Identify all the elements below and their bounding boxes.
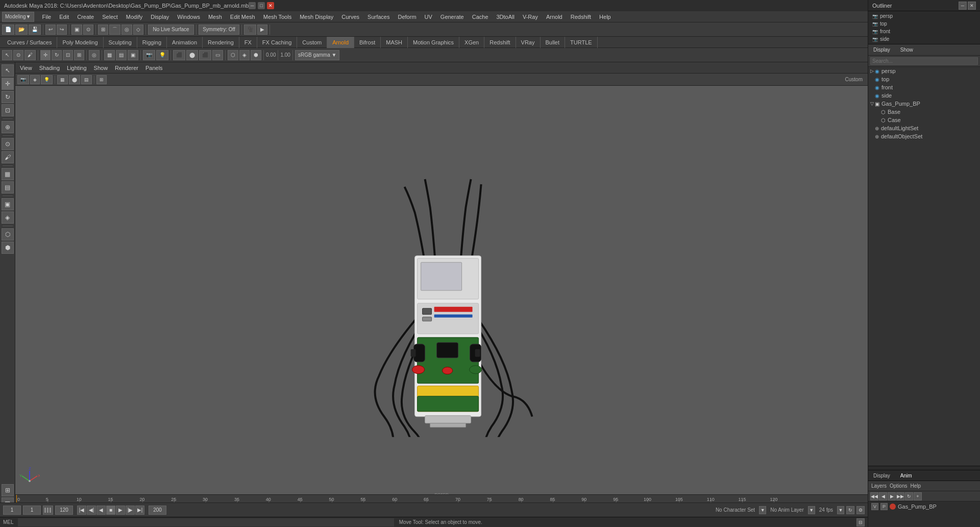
minimize-button[interactable]: ─	[249, 2, 256, 9]
layers-menu[interactable]: Layers	[871, 483, 887, 489]
tree-item-top[interactable]: ▷ ◉ top	[868, 75, 980, 83]
poly-sphere-btn[interactable]: ⬤	[186, 50, 198, 60]
tab-bifrost[interactable]: Bifrost	[354, 37, 381, 48]
maximize-button[interactable]: □	[258, 2, 265, 9]
quick-sel-btn[interactable]: ⬢	[2, 242, 14, 254]
ol-menu-display[interactable]: Display	[870, 47, 893, 53]
snap-point-btn[interactable]: ◎	[121, 25, 132, 35]
render-cam-btn[interactable]: 🎥	[244, 25, 256, 35]
no-live-surface-btn[interactable]: No Live Surface	[148, 25, 194, 35]
scale-tool-btn[interactable]: ⊡	[63, 50, 73, 60]
menu-3dtoall[interactable]: 3DtoAll	[493, 13, 519, 21]
gamma-btn[interactable]: sRGB gamma ▼	[295, 50, 339, 60]
settings-btn[interactable]: ⚙	[856, 506, 865, 514]
menu-edit[interactable]: Edit	[55, 13, 73, 21]
ol-menu-show[interactable]: Show	[897, 47, 916, 53]
lasso-btn[interactable]: ⊙	[83, 25, 93, 35]
vp-menu-view[interactable]: View	[17, 64, 35, 71]
tab-xgen[interactable]: XGen	[459, 37, 484, 48]
nav-prev[interactable]: ◀	[879, 492, 887, 500]
help-menu[interactable]: Help	[910, 483, 921, 489]
brush-btn[interactable]: ◈	[2, 211, 14, 224]
layer-vis-v[interactable]: V	[871, 503, 878, 510]
play-back-btn[interactable]: ◀	[96, 506, 106, 515]
tab-fx-caching[interactable]: FX Caching	[257, 37, 297, 48]
vp-tb-light[interactable]: 💡	[41, 75, 53, 84]
bridge-btn[interactable]: ⬢	[251, 50, 261, 60]
tree-item-lightset[interactable]: ▷ ⊕ defaultLightSet	[868, 124, 980, 132]
poly-cyl-btn[interactable]: ⬛	[199, 50, 211, 60]
paint-select-btn[interactable]: 🖌	[24, 50, 36, 60]
new-scene-btn[interactable]: 📄	[2, 25, 14, 35]
layer-vis-p[interactable]: P	[880, 503, 888, 510]
vp-menu-lighting[interactable]: Lighting	[64, 64, 89, 71]
cam-top[interactable]: 📷 top	[868, 20, 980, 28]
close-button[interactable]: ✕	[267, 2, 274, 9]
outliner-minimize[interactable]: ─	[959, 2, 967, 10]
anim-layer-dropdown[interactable]: ▼	[808, 506, 815, 514]
tab-animation[interactable]: Animation	[167, 37, 203, 48]
menu-create[interactable]: Create	[73, 13, 98, 21]
tree-item-base[interactable]: ▷ ⬡ Base	[868, 108, 980, 116]
playback-end-input[interactable]	[55, 506, 73, 515]
snap-grid-btn[interactable]: ⊞	[98, 25, 108, 35]
tree-item-persp[interactable]: ▷ ◉ persp	[868, 67, 980, 75]
snap-1-btn[interactable]: ▦	[104, 50, 115, 60]
redo-btn[interactable]: ↪	[57, 25, 67, 35]
tree-item-gaspump[interactable]: ▽ ▣ Gas_Pump_BP	[868, 100, 980, 108]
tab-anim[interactable]: Anim	[895, 470, 917, 481]
select-tool-btn[interactable]: ↖	[2, 50, 12, 60]
snap-2-btn[interactable]: ▤	[116, 50, 127, 60]
frame-start-input[interactable]	[23, 506, 41, 515]
vp-tb-wireframe[interactable]: ▦	[57, 75, 68, 84]
lasso-tool-btn[interactable]: ⊙	[13, 50, 23, 60]
outliner-search-input[interactable]	[870, 57, 978, 65]
tab-display[interactable]: Display	[868, 470, 895, 481]
poly-plane-btn[interactable]: ▭	[212, 50, 223, 60]
menu-mesh-display[interactable]: Mesh Display	[296, 13, 337, 21]
menu-uv[interactable]: UV	[421, 13, 436, 21]
character-dropdown[interactable]: ▼	[759, 506, 766, 514]
ipr-btn[interactable]: ▤	[2, 181, 14, 194]
soft-select-btn[interactable]: ◎	[89, 50, 100, 60]
tab-mash[interactable]: MASH	[381, 37, 408, 48]
bevel-btn[interactable]: ◈	[239, 50, 250, 60]
light-btn[interactable]: 💡	[156, 50, 168, 60]
menu-mesh[interactable]: Mesh	[204, 13, 226, 21]
menu-modify[interactable]: Modify	[122, 13, 146, 21]
tab-rigging[interactable]: Rigging	[137, 37, 167, 48]
menu-display[interactable]: Display	[146, 13, 173, 21]
box-sel-btn[interactable]: ▣	[2, 198, 14, 210]
viewport-canvas[interactable]: X Y Z persp	[15, 86, 868, 501]
gas-pump-object[interactable]	[349, 172, 543, 437]
rotate-tool-btn[interactable]: ↻	[52, 50, 62, 60]
outliner-close[interactable]: ✕	[968, 2, 976, 10]
vp-menu-shading[interactable]: Shading	[37, 64, 62, 71]
outliner-hscroll[interactable]	[868, 466, 980, 470]
menu-file[interactable]: File	[38, 13, 56, 21]
stop-btn[interactable]: ■	[106, 506, 115, 515]
step-back-btn[interactable]: ◀|	[87, 506, 96, 515]
nav-refresh[interactable]: ↻	[905, 492, 913, 500]
extrude-btn[interactable]: ⬡	[228, 50, 238, 60]
goto-end-btn[interactable]: ▶|	[135, 506, 144, 515]
menu-arnold[interactable]: Arnold	[542, 13, 567, 21]
tree-item-side[interactable]: ▷ ◉ side	[868, 91, 980, 100]
vp-tb-grid[interactable]: ⊞	[96, 75, 107, 84]
lasso-select-btn[interactable]: ⊙	[2, 138, 14, 150]
show-manip-btn[interactable]: ⊕	[2, 121, 14, 133]
tab-custom[interactable]: Custom	[297, 37, 327, 48]
menu-curves[interactable]: Curves	[337, 13, 363, 21]
render-btn[interactable]: ▦	[2, 168, 14, 180]
tab-bullet[interactable]: Bullet	[541, 37, 566, 48]
tab-arnold[interactable]: Arnold	[327, 37, 354, 48]
nav-add[interactable]: +	[914, 492, 922, 500]
menu-vray[interactable]: V-Ray	[519, 13, 542, 21]
select-mode-btn[interactable]: ▣	[71, 25, 82, 35]
move-btn[interactable]: ✛	[2, 78, 14, 90]
nav-last[interactable]: ▶▶	[896, 492, 904, 500]
fps-dropdown[interactable]: ▼	[837, 506, 844, 514]
save-btn[interactable]: 💾	[29, 25, 41, 35]
open-btn[interactable]: 📂	[15, 25, 28, 35]
menu-redshift[interactable]: Redshift	[567, 13, 595, 21]
